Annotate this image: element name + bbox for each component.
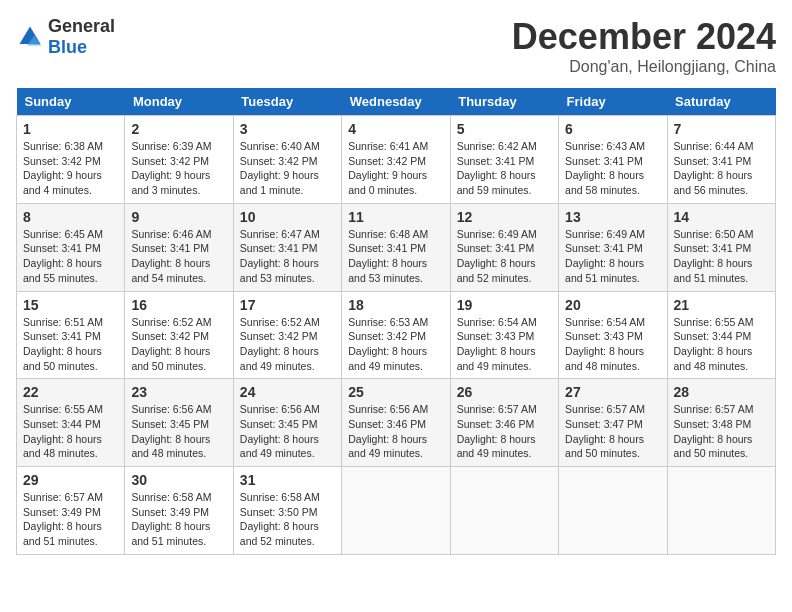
daylight-label: Daylight: 8 hours and 53 minutes.: [348, 257, 427, 284]
sunset-label: Sunset: 3:41 PM: [674, 155, 752, 167]
sunset-label: Sunset: 3:42 PM: [131, 155, 209, 167]
calendar-cell: 10 Sunrise: 6:47 AM Sunset: 3:41 PM Dayl…: [233, 203, 341, 291]
calendar-cell: 16 Sunrise: 6:52 AM Sunset: 3:42 PM Dayl…: [125, 291, 233, 379]
sunrise-label: Sunrise: 6:41 AM: [348, 140, 428, 152]
logo-blue-text: Blue: [48, 37, 87, 57]
day-number: 14: [674, 209, 769, 225]
weekday-header: Wednesday: [342, 88, 450, 116]
day-number: 20: [565, 297, 660, 313]
sunset-label: Sunset: 3:41 PM: [131, 242, 209, 254]
day-info: Sunrise: 6:57 AM Sunset: 3:47 PM Dayligh…: [565, 402, 660, 461]
day-info: Sunrise: 6:56 AM Sunset: 3:45 PM Dayligh…: [131, 402, 226, 461]
day-number: 7: [674, 121, 769, 137]
sunset-label: Sunset: 3:42 PM: [131, 330, 209, 342]
sunrise-label: Sunrise: 6:47 AM: [240, 228, 320, 240]
logo: General Blue: [16, 16, 115, 58]
day-info: Sunrise: 6:57 AM Sunset: 3:46 PM Dayligh…: [457, 402, 552, 461]
day-number: 5: [457, 121, 552, 137]
daylight-label: Daylight: 8 hours and 49 minutes.: [457, 433, 536, 460]
day-number: 31: [240, 472, 335, 488]
sunset-label: Sunset: 3:41 PM: [565, 242, 643, 254]
sunrise-label: Sunrise: 6:38 AM: [23, 140, 103, 152]
day-info: Sunrise: 6:52 AM Sunset: 3:42 PM Dayligh…: [240, 315, 335, 374]
daylight-label: Daylight: 8 hours and 48 minutes.: [565, 345, 644, 372]
calendar-cell: 9 Sunrise: 6:46 AM Sunset: 3:41 PM Dayli…: [125, 203, 233, 291]
day-number: 26: [457, 384, 552, 400]
calendar-week-row: 15 Sunrise: 6:51 AM Sunset: 3:41 PM Dayl…: [17, 291, 776, 379]
sunset-label: Sunset: 3:43 PM: [457, 330, 535, 342]
sunrise-label: Sunrise: 6:49 AM: [565, 228, 645, 240]
daylight-label: Daylight: 8 hours and 54 minutes.: [131, 257, 210, 284]
daylight-label: Daylight: 8 hours and 48 minutes.: [23, 433, 102, 460]
calendar-cell: 30 Sunrise: 6:58 AM Sunset: 3:49 PM Dayl…: [125, 467, 233, 555]
calendar-cell: [450, 467, 558, 555]
sunset-label: Sunset: 3:49 PM: [131, 506, 209, 518]
daylight-label: Daylight: 8 hours and 48 minutes.: [131, 433, 210, 460]
calendar-cell: 3 Sunrise: 6:40 AM Sunset: 3:42 PM Dayli…: [233, 116, 341, 204]
calendar-cell: [342, 467, 450, 555]
day-number: 11: [348, 209, 443, 225]
calendar-week-row: 22 Sunrise: 6:55 AM Sunset: 3:44 PM Dayl…: [17, 379, 776, 467]
sunset-label: Sunset: 3:42 PM: [348, 330, 426, 342]
calendar-cell: 1 Sunrise: 6:38 AM Sunset: 3:42 PM Dayli…: [17, 116, 125, 204]
day-info: Sunrise: 6:40 AM Sunset: 3:42 PM Dayligh…: [240, 139, 335, 198]
day-number: 4: [348, 121, 443, 137]
daylight-label: Daylight: 8 hours and 49 minutes.: [348, 345, 427, 372]
sunrise-label: Sunrise: 6:39 AM: [131, 140, 211, 152]
day-info: Sunrise: 6:55 AM Sunset: 3:44 PM Dayligh…: [674, 315, 769, 374]
sunrise-label: Sunrise: 6:42 AM: [457, 140, 537, 152]
sunrise-label: Sunrise: 6:57 AM: [23, 491, 103, 503]
daylight-label: Daylight: 8 hours and 50 minutes.: [674, 433, 753, 460]
daylight-label: Daylight: 8 hours and 48 minutes.: [674, 345, 753, 372]
day-info: Sunrise: 6:48 AM Sunset: 3:41 PM Dayligh…: [348, 227, 443, 286]
day-info: Sunrise: 6:51 AM Sunset: 3:41 PM Dayligh…: [23, 315, 118, 374]
calendar-cell: 22 Sunrise: 6:55 AM Sunset: 3:44 PM Dayl…: [17, 379, 125, 467]
sunset-label: Sunset: 3:44 PM: [23, 418, 101, 430]
day-info: Sunrise: 6:41 AM Sunset: 3:42 PM Dayligh…: [348, 139, 443, 198]
calendar-cell: 27 Sunrise: 6:57 AM Sunset: 3:47 PM Dayl…: [559, 379, 667, 467]
daylight-label: Daylight: 8 hours and 50 minutes.: [131, 345, 210, 372]
calendar-cell: 21 Sunrise: 6:55 AM Sunset: 3:44 PM Dayl…: [667, 291, 775, 379]
sunset-label: Sunset: 3:42 PM: [240, 330, 318, 342]
day-info: Sunrise: 6:57 AM Sunset: 3:49 PM Dayligh…: [23, 490, 118, 549]
day-number: 29: [23, 472, 118, 488]
sunrise-label: Sunrise: 6:57 AM: [674, 403, 754, 415]
sunrise-label: Sunrise: 6:44 AM: [674, 140, 754, 152]
daylight-label: Daylight: 8 hours and 56 minutes.: [674, 169, 753, 196]
day-info: Sunrise: 6:56 AM Sunset: 3:45 PM Dayligh…: [240, 402, 335, 461]
calendar-cell: 31 Sunrise: 6:58 AM Sunset: 3:50 PM Dayl…: [233, 467, 341, 555]
daylight-label: Daylight: 8 hours and 58 minutes.: [565, 169, 644, 196]
calendar-cell: 4 Sunrise: 6:41 AM Sunset: 3:42 PM Dayli…: [342, 116, 450, 204]
daylight-label: Daylight: 9 hours and 3 minutes.: [131, 169, 210, 196]
sunset-label: Sunset: 3:42 PM: [348, 155, 426, 167]
sunrise-label: Sunrise: 6:56 AM: [131, 403, 211, 415]
calendar-cell: 12 Sunrise: 6:49 AM Sunset: 3:41 PM Dayl…: [450, 203, 558, 291]
day-info: Sunrise: 6:43 AM Sunset: 3:41 PM Dayligh…: [565, 139, 660, 198]
day-number: 13: [565, 209, 660, 225]
calendar-cell: 15 Sunrise: 6:51 AM Sunset: 3:41 PM Dayl…: [17, 291, 125, 379]
calendar-cell: 29 Sunrise: 6:57 AM Sunset: 3:49 PM Dayl…: [17, 467, 125, 555]
location-title: Dong'an, Heilongjiang, China: [512, 58, 776, 76]
sunrise-label: Sunrise: 6:58 AM: [240, 491, 320, 503]
sunset-label: Sunset: 3:41 PM: [565, 155, 643, 167]
day-info: Sunrise: 6:58 AM Sunset: 3:50 PM Dayligh…: [240, 490, 335, 549]
calendar-cell: 26 Sunrise: 6:57 AM Sunset: 3:46 PM Dayl…: [450, 379, 558, 467]
sunset-label: Sunset: 3:42 PM: [240, 155, 318, 167]
sunrise-label: Sunrise: 6:54 AM: [457, 316, 537, 328]
day-number: 6: [565, 121, 660, 137]
month-title: December 2024: [512, 16, 776, 58]
sunrise-label: Sunrise: 6:43 AM: [565, 140, 645, 152]
sunrise-label: Sunrise: 6:54 AM: [565, 316, 645, 328]
sunrise-label: Sunrise: 6:56 AM: [348, 403, 428, 415]
sunset-label: Sunset: 3:46 PM: [348, 418, 426, 430]
logo-general-text: General: [48, 16, 115, 36]
sunrise-label: Sunrise: 6:55 AM: [23, 403, 103, 415]
calendar-cell: 7 Sunrise: 6:44 AM Sunset: 3:41 PM Dayli…: [667, 116, 775, 204]
daylight-label: Daylight: 8 hours and 52 minutes.: [457, 257, 536, 284]
sunrise-label: Sunrise: 6:48 AM: [348, 228, 428, 240]
sunset-label: Sunset: 3:41 PM: [457, 155, 535, 167]
sunrise-label: Sunrise: 6:50 AM: [674, 228, 754, 240]
day-info: Sunrise: 6:47 AM Sunset: 3:41 PM Dayligh…: [240, 227, 335, 286]
weekday-header: Tuesday: [233, 88, 341, 116]
daylight-label: Daylight: 8 hours and 51 minutes.: [131, 520, 210, 547]
